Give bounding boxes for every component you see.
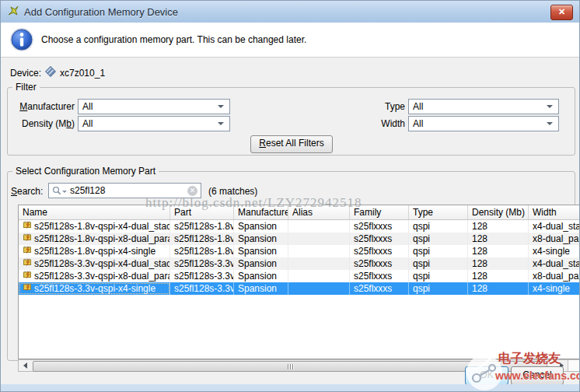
search-icon[interactable] <box>52 186 61 195</box>
manufacturer-label: Manufacturer <box>8 101 75 112</box>
search-options-icon[interactable] <box>62 191 67 193</box>
info-icon <box>9 27 34 54</box>
background-window-strip <box>1 384 579 392</box>
width-value: All <box>413 118 547 129</box>
density-combobox[interactable]: All <box>78 116 230 131</box>
scroll-left-icon[interactable] <box>19 360 31 371</box>
select-memory-part-group: Select Configuration Memory Part Search:… <box>7 171 575 361</box>
memory-parts-table: Name Part Manufacturer Alias Family Type… <box>18 205 580 359</box>
column-header-type[interactable]: Type <box>409 205 468 219</box>
width-label: Width <box>335 118 405 129</box>
table-header: Name Part Manufacturer Alias Family Type… <box>19 205 580 220</box>
window-title: Add Configuration Memory Device <box>24 6 178 18</box>
density-value: All <box>82 118 218 129</box>
memory-part-icon <box>23 282 32 295</box>
type-value: All <box>413 101 547 112</box>
manufacturer-value: All <box>82 101 218 112</box>
filter-legend: Filter <box>12 82 40 93</box>
cancel-button[interactable]: Cancel <box>511 366 564 385</box>
manufacturer-combobox[interactable]: All <box>78 99 230 114</box>
device-chip-icon <box>45 66 56 79</box>
table-row[interactable]: s25fl128s-1.8v-qspi-x4-dual_stacked s25f… <box>19 220 580 233</box>
search-box: ✕ <box>48 183 201 198</box>
column-header-width[interactable]: Width <box>529 205 580 219</box>
type-label: Type <box>335 101 405 112</box>
title-bar[interactable]: Add Configuration Memory Device ✕ <box>1 1 579 23</box>
select-part-legend: Select Configuration Memory Part <box>12 166 159 177</box>
device-row: Device: xc7z010_1 <box>10 66 105 79</box>
column-header-density[interactable]: Density (Mb) <box>468 205 529 219</box>
search-input[interactable] <box>68 185 187 196</box>
type-combobox[interactable]: All <box>408 99 559 114</box>
memory-part-icon <box>23 220 32 233</box>
chevron-down-icon <box>218 105 224 108</box>
width-combobox[interactable]: All <box>408 116 559 131</box>
chevron-down-icon <box>547 122 553 125</box>
column-header-family[interactable]: Family <box>350 205 409 219</box>
info-banner: Choose a configuration memory part. This… <box>1 23 579 58</box>
memory-part-icon <box>23 257 32 270</box>
table-row[interactable]: s25fl128s-3.3v-qspi-x4-single s25fl128s-… <box>19 282 580 295</box>
column-header-part[interactable]: Part <box>170 205 234 219</box>
close-button[interactable]: ✕ <box>550 5 573 20</box>
ok-button[interactable]: OK <box>465 366 508 385</box>
memory-part-icon <box>23 245 32 257</box>
column-header-alias[interactable]: Alias <box>288 205 350 219</box>
column-header-manufacturer[interactable]: Manufacturer <box>234 205 288 219</box>
search-label: Search: <box>11 186 43 197</box>
add-configuration-memory-device-dialog: Add Configuration Memory Device ✕ Choose… <box>0 0 580 392</box>
table-row[interactable]: s25fl128s-1.8v-qspi-x8-dual_parallel s25… <box>19 233 580 245</box>
reset-all-filters-button[interactable]: Reset All Filters <box>250 135 333 153</box>
device-value: xc7z010_1 <box>60 68 105 79</box>
table-row[interactable]: s25fl128s-1.8v-qspi-x4-single s25fl128s-… <box>19 245 580 257</box>
column-header-name[interactable]: Name <box>19 205 170 219</box>
filter-group: Filter Manufacturer All Density (Mb) All… <box>7 87 575 156</box>
app-icon <box>7 5 19 19</box>
table-row[interactable]: s25fl128s-3.3v-qspi-x4-dual_stacked s25f… <box>19 257 580 270</box>
memory-part-icon <box>23 233 32 245</box>
memory-part-icon <box>23 270 32 282</box>
table-row[interactable]: s25fl128s-3.3v-qspi-x8-dual_parallel s25… <box>19 270 580 282</box>
chevron-down-icon <box>547 105 553 108</box>
match-count: (6 matches) <box>208 186 257 197</box>
table-body: s25fl128s-1.8v-qspi-x4-dual_stacked s25f… <box>19 220 580 295</box>
clear-search-icon[interactable]: ✕ <box>187 186 197 196</box>
density-label: Density (Mb) <box>8 118 75 129</box>
banner-message: Choose a configuration memory part. This… <box>41 34 306 45</box>
device-label: Device: <box>10 68 41 79</box>
chevron-down-icon <box>218 122 224 125</box>
scrollbar-corner <box>568 360 580 371</box>
